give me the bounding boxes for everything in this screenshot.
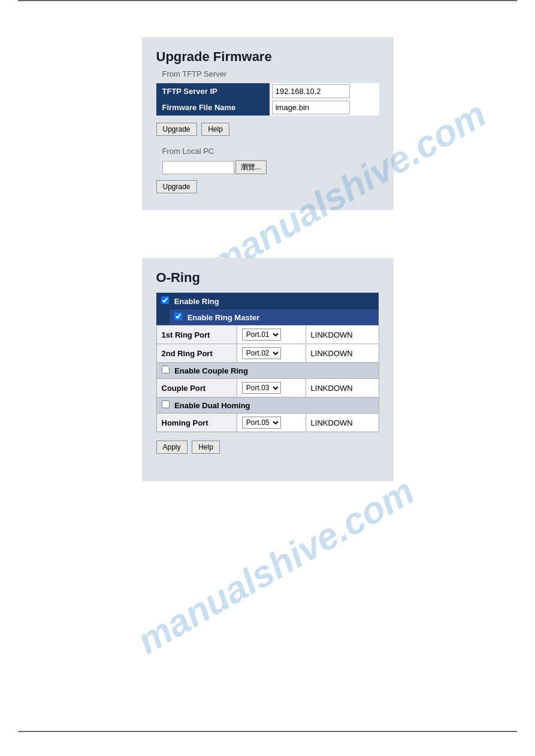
oring-title: O-Ring [156, 270, 379, 286]
help-tftp-button[interactable]: Help [201, 123, 229, 136]
firmware-file-row: Firmware File Name [156, 99, 379, 116]
couple-port-label: Couple Port [156, 379, 237, 397]
ring-port-1-status: LINKDOWN [306, 326, 379, 344]
enable-couple-ring-row: Enable Couple Ring [156, 363, 379, 379]
tftp-ip-input[interactable] [272, 84, 350, 98]
enable-dual-homing-row: Enable Dual Homing [156, 397, 379, 414]
enable-ring-master-checkbox[interactable] [174, 312, 182, 320]
enable-ring-checkbox[interactable] [161, 296, 169, 304]
firmware-file-input[interactable] [272, 101, 350, 114]
ring-port-2-select[interactable]: Port.01 Port.02 Port.03 Port.04 Port.05 [242, 347, 281, 359]
apply-row: Apply Help [156, 441, 379, 454]
ring-port-1-select-cell: Port.01 Port.02 Port.03 Port.04 Port.05 [237, 326, 306, 344]
apply-button[interactable]: Apply [156, 441, 188, 454]
couple-port-status: LINKDOWN [306, 379, 379, 397]
tftp-ip-row: TFTP Server IP [156, 83, 379, 99]
enable-couple-ring-checkbox[interactable] [162, 366, 170, 374]
from-tftp-label: From TFTP Server [162, 69, 379, 78]
enable-dual-homing-checkbox[interactable] [162, 400, 170, 408]
tftp-ip-label: TFTP Server IP [156, 83, 270, 99]
ring-port-1-label: 1st Ring Port [156, 326, 237, 344]
enable-dual-homing-cell: Enable Dual Homing [156, 397, 379, 414]
ring-port-2-label: 2nd Ring Port [156, 344, 237, 363]
homing-port-select-cell: Port.01 Port.02 Port.03 Port.04 Port.05 [237, 414, 306, 432]
upgrade-title: Upgrade Firmware [156, 49, 379, 65]
enable-ring-row: Enable Ring [156, 293, 379, 309]
ring-port-1-row: 1st Ring Port Port.01 Port.02 Port.03 Po… [156, 326, 379, 344]
watermark-oring: manualshive.com [130, 470, 421, 663]
help-oring-button[interactable]: Help [192, 441, 220, 454]
top-rule [18, 0, 517, 1]
homing-port-select[interactable]: Port.01 Port.02 Port.03 Port.04 Port.05 [242, 417, 281, 429]
homing-port-label: Homing Port [156, 414, 237, 432]
firmware-file-input-cell [270, 99, 379, 116]
homing-port-status: LINKDOWN [306, 414, 379, 432]
upgrade-table: TFTP Server IP Firmware File Name [156, 83, 379, 116]
couple-port-select[interactable]: Port.01 Port.02 Port.03 Port.04 Port.05 [242, 382, 281, 394]
from-local-section: From Local PC 瀏覽... Upgrade [156, 147, 379, 193]
enable-ring-label: Enable Ring [174, 297, 219, 306]
enable-dual-homing-label: Enable Dual Homing [174, 401, 250, 410]
couple-port-row: Couple Port Port.01 Port.02 Port.03 Port… [156, 379, 379, 397]
bottom-rule [18, 731, 517, 732]
ring-port-2-status: LINKDOWN [306, 344, 379, 363]
upgrade-local-button[interactable]: Upgrade [156, 180, 197, 193]
enable-couple-ring-label: Enable Couple Ring [174, 366, 248, 375]
upgrade-firmware-section: Upgrade Firmware From TFTP Server TFTP S… [142, 37, 394, 210]
enable-couple-ring-cell: Enable Couple Ring [156, 363, 379, 379]
file-row: 瀏覽... [162, 160, 379, 174]
ring-port-2-select-cell: Port.01 Port.02 Port.03 Port.04 Port.05 [237, 344, 306, 363]
enable-ring-master-label: Enable Ring Master [188, 313, 260, 322]
browse-button[interactable]: 瀏覽... [235, 160, 267, 174]
homing-port-row: Homing Port Port.01 Port.02 Port.03 Port… [156, 414, 379, 432]
tftp-ip-input-cell [270, 83, 379, 99]
from-local-label: From Local PC [162, 147, 379, 156]
couple-port-select-cell: Port.01 Port.02 Port.03 Port.04 Port.05 [237, 379, 306, 397]
ring-port-2-row: 2nd Ring Port Port.01 Port.02 Port.03 Po… [156, 344, 379, 363]
enable-ring-cell: Enable Ring [156, 293, 379, 309]
oring-section: O-Ring Enable Ring Enable Ring Master 1s… [142, 258, 394, 481]
file-input-box [162, 161, 234, 174]
oring-table: Enable Ring Enable Ring Master 1st Ring … [156, 293, 379, 432]
tftp-btn-row: Upgrade Help [156, 123, 379, 136]
ring-port-1-select[interactable]: Port.01 Port.02 Port.03 Port.04 Port.05 [242, 329, 281, 341]
enable-ring-master-cell: Enable Ring Master [170, 309, 379, 326]
page-wrapper: Upgrade Firmware From TFTP Server TFTP S… [0, 0, 535, 756]
firmware-file-label: Firmware File Name [156, 99, 270, 116]
upgrade-tftp-button[interactable]: Upgrade [156, 123, 197, 136]
enable-ring-master-row: Enable Ring Master [156, 309, 379, 326]
indent-cell-1 [156, 309, 170, 326]
